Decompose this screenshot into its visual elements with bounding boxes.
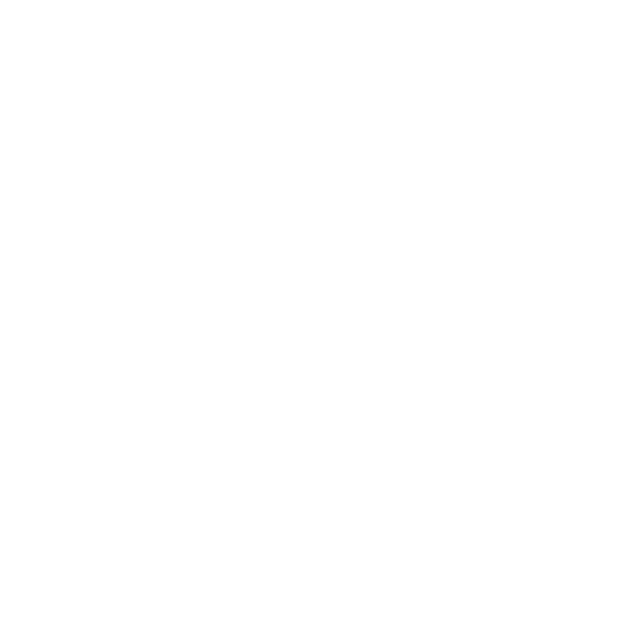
- diagram: [0, 0, 644, 644]
- arrows-svg: [0, 0, 644, 644]
